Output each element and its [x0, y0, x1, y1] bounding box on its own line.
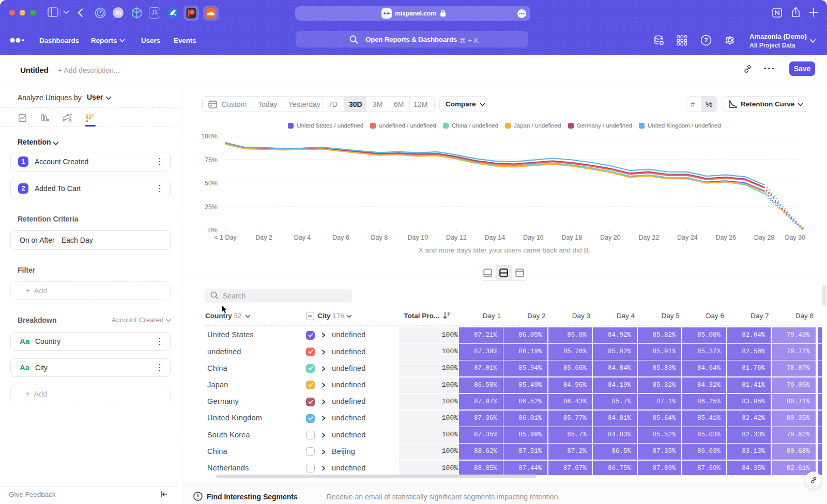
svg-text:?: ? — [704, 37, 708, 44]
svg-text:Day 4: Day 4 — [294, 234, 311, 241]
svg-text:Day 8: Day 8 — [371, 234, 388, 241]
svg-text:Day 24: Day 24 — [677, 234, 698, 241]
svg-text:75%: 75% — [205, 156, 218, 164]
svg-text:< 1 Day: < 1 Day — [214, 234, 237, 241]
svg-text:Day 10: Day 10 — [408, 234, 428, 241]
svg-text:Day 22: Day 22 — [638, 234, 659, 241]
svg-text:Day 30: Day 30 — [785, 234, 805, 241]
svg-text:Day 26: Day 26 — [715, 234, 736, 241]
svg-text:Day 28: Day 28 — [754, 234, 775, 241]
svg-text:Day 14: Day 14 — [485, 234, 506, 241]
svg-text:Day 16: Day 16 — [523, 234, 544, 241]
svg-text:Day 2: Day 2 — [255, 234, 272, 241]
svg-text:100%: 100% — [201, 133, 218, 140]
svg-text:50%: 50% — [205, 180, 218, 187]
svg-text:Day 18: Day 18 — [561, 234, 582, 241]
svg-text:Day 20: Day 20 — [600, 234, 621, 241]
svg-text:Day 12: Day 12 — [446, 234, 467, 241]
svg-text:0%: 0% — [208, 227, 218, 234]
svg-text:Day 6: Day 6 — [332, 234, 349, 241]
svg-text:25%: 25% — [205, 203, 218, 211]
